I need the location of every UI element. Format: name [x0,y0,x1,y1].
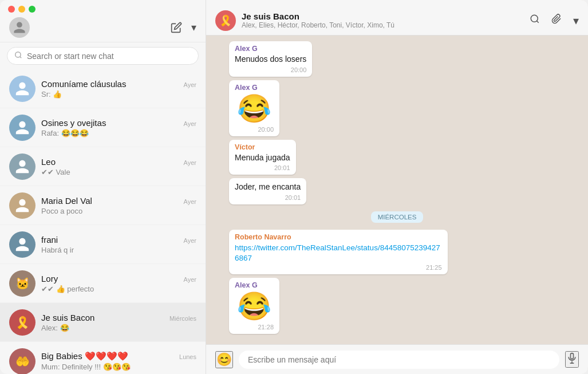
message-bubble: VíctorMenuda jugada20:01 [229,140,296,175]
chat-item-info: Big Babies ❤️❤️❤️❤️LunesMum: Definitely … [41,351,196,371]
user-avatar[interactable] [9,17,30,38]
search-input-wrap [7,47,199,65]
search-input[interactable] [27,52,191,61]
emoji-button[interactable]: 😊 [215,351,233,368]
svg-rect-4 [571,353,574,359]
chat-list: Comuníame cláusulasAyerSr: 👍Osines y ove… [0,69,206,374]
chat-header-info: Je suis Bacon Alex, Elies, Héctor, Rober… [242,11,530,29]
sidebar: ▾ Comuníame cláusulasAyerSr: 👍Osines y o… [0,0,206,374]
message-bubble-wrap: Roberto Navarrohttps://twitter.com/TheRe… [229,230,565,274]
chat-item-info: franiAyerHabrá q ir [41,235,196,254]
new-chat-button[interactable] [171,22,182,33]
titlebar [0,0,206,13]
chat-item-name: Leo [41,157,56,167]
message-bubble: Alex GMenudos dos losers20:00 [229,41,312,77]
message-bubble-wrap: Joder, me encanta20:01 [229,178,565,204]
message-bubble-wrap: Alex GMenudos dos losers20:00 [229,41,565,77]
chat-list-item[interactable]: LeoAyer✔✔ Vale [0,147,206,186]
minimize-button[interactable] [18,6,25,13]
chat-item-name: Je suis Bacon [41,313,94,322]
chat-item-info: Maria Del ValAyerPoco a poco [41,196,196,215]
sidebar-header-left [9,17,30,38]
message-input[interactable] [239,351,559,369]
chat-list-item[interactable]: Osines y ovejitasAyerRafa: 😂😂😂 [0,108,206,147]
message-time: 20:01 [235,164,290,171]
chat-members: Alex, Elies, Héctor, Roberto, Toni, Víct… [242,21,530,29]
chat-item-name: frani [41,235,58,245]
chat-item-info: Osines y ovejitasAyerRafa: 😂😂😂 [41,118,196,137]
chat-item-preview: Alex: 😂 [41,324,196,332]
chat-item-preview: Habrá q ir [41,246,196,254]
mic-button[interactable] [565,351,579,368]
chat-item-preview: Mum: Definitely !!! 😘😘😘 [41,363,196,371]
message-sender: Alex G [235,84,274,92]
message-emoji: 😂 [235,93,274,125]
search-messages-icon[interactable] [530,14,540,27]
day-divider: MIÉRCOLES [229,211,565,223]
message-bubble-wrap: Alex G😂21:28 [229,278,565,334]
message-sender: Alex G [235,281,274,289]
message-sender: Roberto Navarro [235,233,442,241]
chat-item-preview: ✔✔ Vale [41,168,196,176]
chat-item-info: LeoAyer✔✔ Vale [41,157,196,176]
svg-point-0 [15,52,21,57]
message-bubble-wrap: VíctorMenuda jugada20:01 [229,140,565,175]
chat-item-time: Ayer [184,81,196,88]
chat-list-item[interactable]: 🤲Big Babies ❤️❤️❤️❤️LunesMum: Definitely… [0,342,206,374]
chat-item-info: LoryAyer✔✔ 👍 perfecto [41,274,196,293]
message-link[interactable]: https://twitter.com/TheRealStanLee/statu… [235,243,440,262]
chat-item-avatar [9,231,35,258]
chat-header-avatar: 🎗️ [215,10,236,31]
message-text: Menuda jugada [235,152,290,164]
chat-item-name: Osines y ovejitas [41,118,106,128]
chat-item-name: Big Babies ❤️❤️❤️❤️ [41,351,128,361]
svg-line-1 [20,57,22,58]
chat-main: 🎗️ Je suis Bacon Alex, Elies, Héctor, Ro… [206,0,588,374]
chat-avatar-emoji: 🎗️ [219,14,232,27]
chat-item-preview: ✔✔ 👍 perfecto [41,285,196,293]
more-options-icon[interactable]: ▾ [573,14,579,27]
chat-item-avatar: 🎗️ [9,309,35,336]
svg-line-3 [536,21,538,22]
chat-item-preview: Poco a poco [41,207,196,215]
attach-icon[interactable] [551,14,562,27]
message-time: 21:25 [235,264,442,271]
chat-header-actions: ▾ [530,14,579,27]
app-container: ▾ Comuníame cláusulasAyerSr: 👍Osines y o… [0,0,588,374]
message-sender: Víctor [235,143,290,151]
message-time: 20:00 [235,66,306,73]
maximize-button[interactable] [29,6,35,13]
chat-input-area: 😊 [206,344,588,374]
chat-list-item[interactable]: 🐱LoryAyer✔✔ 👍 perfecto [0,264,206,303]
chat-list-item[interactable]: Maria Del ValAyerPoco a poco [0,186,206,225]
close-button[interactable] [8,6,15,13]
menu-dropdown-button[interactable]: ▾ [191,21,196,34]
chat-list-item[interactable]: franiAyerHabrá q ir [0,225,206,264]
chat-item-info: Comuníame cláusulasAyerSr: 👍 [41,79,196,99]
chat-item-name: Lory [41,274,58,284]
chat-item-name: Maria Del Val [41,196,92,206]
chat-list-item[interactable]: Comuníame cláusulasAyerSr: 👍 [0,69,206,108]
chat-item-time: Ayer [184,120,196,127]
chat-list-item[interactable]: 🎗️Je suis BaconMiércolesAlex: 😂 [0,303,206,342]
chat-item-time: Ayer [184,237,196,244]
message-sender: Alex G [235,45,306,53]
chat-item-avatar: 🤲 [9,348,35,375]
message-time: 20:00 [235,126,274,133]
chat-item-time: Lunes [179,353,196,360]
chat-item-time: Miércoles [169,315,196,322]
message-time: 21:28 [235,324,274,330]
message-emoji: 😂 [235,290,274,322]
sidebar-header-right: ▾ [171,21,196,34]
search-bar [0,42,206,69]
day-divider-label: MIÉRCOLES [371,211,424,223]
message-time: 20:01 [235,194,301,201]
chat-header: 🎗️ Je suis Bacon Alex, Elies, Héctor, Ro… [206,6,588,36]
message-timestamp-top: 19:59 [229,36,565,37]
chat-item-avatar [9,76,35,102]
chat-item-name: Comuníame cláusulas [41,79,126,89]
message-bubble-wrap: Alex G😂20:00 [229,80,565,136]
message-text: Joder, me encanta [235,182,301,193]
chat-item-time: Ayer [184,198,196,205]
chat-item-avatar [9,153,35,180]
